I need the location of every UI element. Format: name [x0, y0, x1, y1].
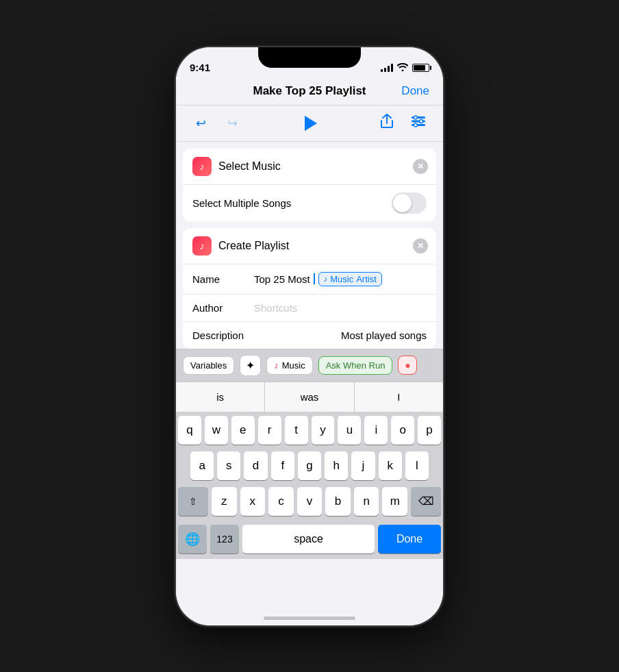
select-multiple-toggle[interactable] [392, 192, 427, 214]
suggestions-bar: is was I [176, 382, 443, 412]
key-m[interactable]: m [382, 487, 407, 516]
suggestion-is-text: is [216, 391, 224, 403]
wifi-icon [397, 63, 408, 73]
redo-button[interactable]: ↪ [221, 112, 243, 134]
signal-bars-icon [381, 64, 393, 72]
keyboard-row-3: ⇧ z x c v b n m ⌫ [178, 487, 441, 516]
key-g[interactable]: g [298, 451, 321, 480]
play-button[interactable] [297, 111, 322, 136]
numbers-key[interactable]: 123 [210, 525, 239, 553]
key-d[interactable]: d [244, 451, 267, 480]
play-icon [305, 116, 317, 131]
key-l[interactable]: l [405, 451, 429, 480]
music-chip[interactable]: ♪ Music [266, 356, 312, 375]
create-playlist-title: Create Playlist [218, 240, 289, 252]
key-k[interactable]: k [379, 451, 402, 480]
key-w[interactable]: w [205, 416, 228, 445]
share-button[interactable] [376, 112, 398, 134]
create-playlist-header: ♪ Create Playlist ✕ [183, 228, 436, 264]
globe-key[interactable]: 🌐 [178, 525, 207, 553]
description-row: Description Most played songs [183, 322, 436, 349]
description-value-wrapper[interactable]: Most played songs [254, 329, 427, 341]
toolbar: ↩ ↪ [176, 105, 443, 142]
undo-icon: ↩ [196, 116, 206, 131]
key-z[interactable]: z [212, 487, 237, 516]
delete-key[interactable]: ⌫ [411, 487, 441, 516]
author-placeholder: Shortcuts [254, 302, 297, 314]
battery-fill [414, 65, 425, 71]
key-j[interactable]: j [351, 451, 375, 480]
create-playlist-close-button[interactable]: ✕ [413, 238, 428, 253]
page-title: Make Top 25 Playlist [253, 84, 366, 98]
key-c[interactable]: c [268, 487, 294, 516]
select-multiple-label: Select Multiple Songs [192, 197, 291, 209]
key-t[interactable]: t [285, 416, 308, 445]
variable-bar: Variables ✦ ♪ Music Ask When Run ● [176, 349, 443, 382]
keyboard-row-2: a s d f g h j k l [178, 451, 441, 480]
select-music-icon: ♪ [192, 157, 212, 176]
suggestion-is[interactable]: is [176, 382, 265, 412]
name-row: Name Top 25 Most ♪ Music Artist [183, 264, 436, 295]
music-tag-text: Music [330, 274, 353, 284]
toggle-knob [393, 194, 412, 212]
keyboard: q w e r t y u i o p a s d f g [176, 412, 443, 559]
name-label: Name [192, 273, 254, 285]
space-key[interactable]: space [242, 525, 375, 553]
music-artist-tag[interactable]: ♪ Music Artist [318, 272, 382, 286]
key-u[interactable]: u [338, 416, 361, 445]
key-p[interactable]: p [418, 416, 441, 445]
suggestion-i-text: I [397, 391, 400, 403]
key-o[interactable]: o [391, 416, 414, 445]
select-music-title: Select Music [218, 160, 281, 173]
battery-icon [412, 64, 429, 72]
music-chip-icon: ♪ [274, 360, 279, 371]
key-b[interactable]: b [325, 487, 351, 516]
create-playlist-icon: ♪ [192, 236, 212, 256]
name-text: Top 25 Most [254, 273, 310, 285]
key-e[interactable]: e [231, 416, 255, 445]
name-value[interactable]: Top 25 Most ♪ Music Artist [254, 272, 427, 286]
variables-label: Variables [190, 360, 227, 371]
key-s[interactable]: s [217, 451, 240, 480]
key-i[interactable]: i [364, 416, 388, 445]
status-time: 9:41 [190, 62, 210, 73]
wand-icon: ✦ [246, 359, 255, 372]
screen-content: Make Top 25 Playlist Done ↩ ↪ [176, 77, 443, 625]
undo-button[interactable]: ↩ [190, 112, 212, 134]
svg-point-1 [414, 116, 418, 119]
phone-frame: 9:41 Make Top 25 Playlist [176, 47, 443, 625]
done-button[interactable]: Done [401, 84, 429, 98]
author-value[interactable]: Shortcuts [254, 302, 427, 314]
select-music-close-button[interactable]: ✕ [413, 159, 428, 174]
suggestion-was[interactable]: was [265, 382, 354, 412]
signal-bar-4 [391, 64, 393, 72]
status-icons [381, 63, 429, 73]
key-a[interactable]: a [190, 451, 214, 480]
more-icon: ● [405, 360, 410, 371]
more-chip[interactable]: ● [398, 356, 417, 375]
key-q[interactable]: q [178, 416, 201, 445]
key-f[interactable]: f [271, 451, 294, 480]
ask-when-run-chip[interactable]: Ask When Run [318, 356, 393, 375]
key-n[interactable]: n [354, 487, 379, 516]
shift-key[interactable]: ⇧ [178, 487, 208, 516]
keyboard-row-1: q w e r t y u i o p [178, 416, 441, 445]
keyboard-bottom-row: 🌐 123 space Done [176, 525, 443, 559]
wand-chip[interactable]: ✦ [240, 355, 261, 376]
variables-chip[interactable]: Variables [183, 356, 234, 375]
settings-button[interactable] [407, 112, 429, 134]
music-tag-icon: ♪ [324, 275, 328, 283]
key-h[interactable]: h [325, 451, 348, 480]
suggestion-i[interactable]: I [355, 382, 443, 412]
keyboard-rows: q w e r t y u i o p a s d f g [176, 412, 443, 525]
key-y[interactable]: y [312, 416, 335, 445]
nav-header: Make Top 25 Playlist Done [176, 77, 443, 105]
suggestion-was-text: was [301, 391, 319, 403]
select-music-header: ♪ Select Music ✕ [183, 149, 436, 185]
settings-icon [411, 115, 426, 131]
key-v[interactable]: v [297, 487, 323, 516]
key-r[interactable]: r [258, 416, 281, 445]
keyboard-done-key[interactable]: Done [378, 525, 441, 553]
key-x[interactable]: x [240, 487, 266, 516]
author-label: Author [192, 302, 254, 314]
